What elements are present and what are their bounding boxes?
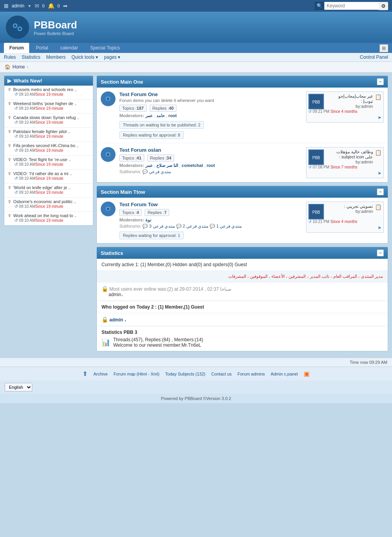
news-title-text[interactable]: Osborne's economic and politic .. bbox=[13, 199, 76, 204]
sub-nav: Rules Statistics Members Quick tools ▾ p… bbox=[0, 53, 392, 62]
mod-link[interactable]: حامد bbox=[156, 113, 165, 118]
subforum-icon: 💬 bbox=[142, 224, 148, 228]
breadcrumb: 🏠 Home › bbox=[0, 62, 392, 72]
mod-link[interactable]: النا صر صلاح bbox=[156, 163, 178, 168]
whats-new-panel: ▶ Whats New! 🎙Brussels metro and schools… bbox=[4, 75, 93, 226]
forum-mods-one: Moderators: حامد , عمر , root bbox=[119, 113, 302, 118]
subnav-rules[interactable]: Rules bbox=[4, 54, 16, 60]
last-post-actions-tow: ➤ bbox=[308, 225, 382, 230]
footer-forum-admins[interactable]: Forum admins bbox=[238, 372, 265, 376]
footer-admin-cpanel[interactable]: Admin c.panel bbox=[271, 372, 298, 376]
tab-forum[interactable]: Forum bbox=[4, 43, 29, 53]
last-post-box-tow: PBB تصويتي تجريبي : by:admin 📋 ↺ 1 bbox=[306, 202, 384, 233]
search-input[interactable] bbox=[324, 2, 379, 10]
bell-icon[interactable]: 🔔 bbox=[48, 3, 54, 9]
last-post-title-tow[interactable]: تصويتي تجريبي : bbox=[328, 204, 373, 209]
settings-gear-btn[interactable]: ⚙ bbox=[379, 2, 388, 10]
dropdown-icon[interactable]: ▼ bbox=[28, 4, 32, 8]
subforums-oslan: Subforums: 💬 منتدي فرعي bbox=[119, 169, 302, 174]
news-title-text[interactable]: Work ahead on the long road to .. bbox=[13, 213, 77, 218]
last-post-title-oslan[interactable]: وظائف خالية مؤهلات على subject icon : bbox=[328, 149, 373, 160]
mic-icon: 🎙 bbox=[7, 115, 12, 120]
forum-right-oslan: PBB وظائف خالية مؤهلات على subject icon … bbox=[306, 147, 384, 178]
control-panel-link[interactable]: Control Panel bbox=[360, 54, 388, 60]
forum-icon-tow bbox=[101, 202, 116, 216]
forum-left-oslan: Test Forum oslan Topics :41 Replies :34 … bbox=[101, 147, 302, 174]
news-title-text[interactable]: Brussels metro and schools reo .. bbox=[13, 87, 77, 92]
subnav-members[interactable]: Members bbox=[46, 54, 66, 60]
news-title-text[interactable]: Pakistani female fighter pilot .. bbox=[13, 129, 70, 134]
tab-special[interactable]: Special Topics bbox=[85, 43, 126, 53]
news-since: Since 19 minute bbox=[35, 120, 63, 125]
mail-icon[interactable]: ✉ bbox=[35, 3, 39, 9]
last-post-img-oslan: PBB bbox=[308, 149, 324, 165]
news-title-text[interactable]: Fifa probes second HK-China bo .. bbox=[13, 143, 79, 148]
admin-label[interactable]: admin bbox=[12, 3, 24, 9]
subforum-link[interactable]: منتدي فرعي bbox=[149, 169, 171, 174]
mod-link[interactable]: root bbox=[206, 163, 215, 168]
who-logged-user-row: 🔒 admin ، bbox=[97, 313, 388, 326]
mod-link[interactable]: cometchat bbox=[182, 163, 203, 168]
last-post-title-one[interactable]: غير مجاب[مجاب]جو تيوب] : bbox=[328, 94, 373, 104]
refresh-icon: ↺ bbox=[14, 134, 18, 139]
right-panel: Section Main One − Test Forum One Forum … bbox=[96, 75, 388, 354]
mod-link[interactable]: عمر bbox=[145, 113, 153, 118]
svg-text:PBB: PBB bbox=[312, 100, 320, 104]
forum-row-tow: Test Forum Tow Topics :4 Replies :7 Mode… bbox=[97, 198, 388, 243]
news-title-text[interactable]: VIDEO: Test flight for 're-use .. bbox=[13, 157, 71, 162]
mod-link[interactable]: نوة bbox=[145, 218, 151, 222]
arrow-lp-icon-oslan[interactable]: ➤ bbox=[378, 170, 382, 176]
footer-archive[interactable]: Archive bbox=[93, 372, 108, 376]
layout-icon-btn[interactable]: ⊞ bbox=[380, 44, 388, 52]
forum-name-tow[interactable]: Test Forum Tow bbox=[119, 202, 158, 207]
subnav-statistics[interactable]: Statistics bbox=[22, 54, 40, 60]
language-select[interactable]: English Arabic bbox=[5, 383, 32, 391]
logo-bar: PBBoard Power Bulletin Board bbox=[0, 12, 392, 43]
last-post-by-one: by:admin bbox=[328, 104, 373, 109]
tab-calendar[interactable]: calendar bbox=[55, 43, 84, 53]
footer-forum-map[interactable]: Forum map (Html - Xml) bbox=[114, 372, 159, 376]
footer-contact[interactable]: Contact us bbox=[211, 372, 232, 376]
section-one-collapse[interactable]: − bbox=[377, 78, 384, 85]
news-item: 🎙Work ahead on the long road to .. ↺ 09:… bbox=[4, 212, 93, 225]
arrow-lp-icon-tow[interactable]: ➤ bbox=[378, 225, 382, 230]
news-title-text[interactable]: Weekend births 'pose higher de .. bbox=[13, 101, 77, 106]
forum-name-oslan[interactable]: Test Forum oslan bbox=[119, 147, 161, 153]
logout-icon[interactable]: ➡ bbox=[63, 3, 68, 9]
top-bar-right: 🔍 ⚙ bbox=[315, 2, 388, 10]
subforum-link-3[interactable]: منتدي فرعي 3 bbox=[149, 224, 175, 228]
logged-user-link[interactable]: admin ، bbox=[109, 317, 126, 323]
breadcrumb-home[interactable]: Home bbox=[12, 64, 25, 70]
grid-icon[interactable]: ⊞ bbox=[4, 3, 9, 9]
news-since: Since 19 minute bbox=[35, 204, 63, 209]
note-icon-one: 📋 bbox=[375, 94, 382, 100]
subnav-pages[interactable]: pages ▾ bbox=[104, 54, 120, 60]
topics-badge-tow: Topics :4 bbox=[119, 209, 142, 216]
since-tow: Since 4 months bbox=[331, 219, 357, 224]
section-two-collapse[interactable]: − bbox=[377, 188, 384, 195]
arrow-lp-icon[interactable]: ➤ bbox=[378, 115, 382, 120]
subforum-link-2[interactable]: منتدي فرعي 2 bbox=[183, 224, 208, 228]
rss-icon[interactable]: ▣ bbox=[304, 370, 310, 377]
tab-portal[interactable]: Portal bbox=[30, 43, 53, 53]
subforum-link-1[interactable]: منتدي فرعي 1 bbox=[216, 224, 242, 228]
subnav-quicktools[interactable]: Quick tools ▾ bbox=[72, 54, 98, 60]
last-post-info-oslan: وظائف خالية مؤهلات على subject icon : by… bbox=[328, 149, 373, 164]
mod-link[interactable]: root bbox=[168, 113, 177, 118]
statistics-collapse[interactable]: − bbox=[377, 249, 384, 256]
top-bar-left: ⊞ admin ▼ ✉ 0 🔔 0 ➡ bbox=[4, 3, 68, 9]
legend-row: مدير المنتدى ، المراقب العام ، نائب المد… bbox=[97, 271, 388, 283]
footer-today-subjects[interactable]: Today Subjects (132) bbox=[165, 372, 205, 376]
search-icon[interactable]: 🔍 bbox=[315, 2, 324, 10]
note-icon-oslan: 📋 bbox=[375, 149, 382, 156]
pbb-stats-info: 📊 Threads:(457), Replies:(84) , Members:… bbox=[102, 337, 383, 348]
forum-icon-one bbox=[101, 91, 116, 106]
since-oslan: Since 7 months bbox=[331, 165, 357, 169]
forum-name-one[interactable]: Test Forum One bbox=[119, 91, 158, 97]
news-title-text[interactable]: 'World on knife edge' after je .. bbox=[13, 185, 71, 190]
news-title-text[interactable]: VIDEO: 'I'd rather die as a mi .. bbox=[13, 171, 72, 176]
forum-info-tow: Test Forum Tow Topics :4 Replies :7 Mode… bbox=[119, 202, 302, 239]
news-title-text[interactable]: Canada slows down Syrian refug .. bbox=[13, 115, 79, 120]
mic-icon: 🎙 bbox=[7, 101, 12, 106]
mod-link[interactable]: عمر bbox=[145, 163, 153, 168]
